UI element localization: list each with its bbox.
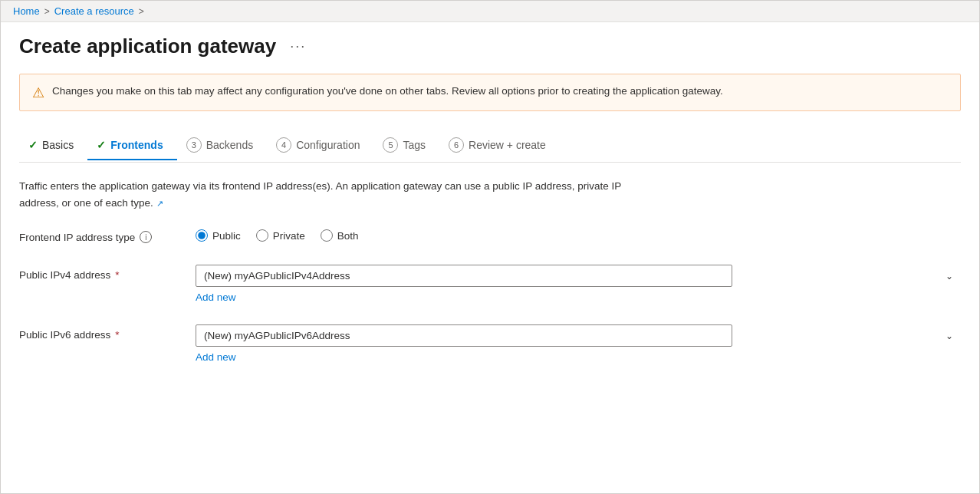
page-title: Create application gateway [19,35,276,58]
warning-banner: ⚠ Changes you make on this tab may affec… [19,74,961,111]
radio-public-label: Public [212,230,241,242]
frontend-ip-info-icon[interactable]: i [140,231,152,243]
frontend-ip-radio-group: Public Private Both [196,226,961,242]
ipv6-control: (New) myAGPublicIPv6Address ⌄ Add new [196,324,961,363]
ellipsis-menu-button[interactable]: ··· [285,37,311,56]
tab-frontends-check: ✓ [97,139,106,151]
ipv6-row: Public IPv6 address * (New) myAGPublicIP… [19,324,961,363]
page-title-row: Create application gateway ··· [19,35,961,58]
ipv6-add-new[interactable]: Add new [196,351,236,363]
tab-review-step: 6 [449,137,464,153]
tab-tags-step: 5 [383,137,398,153]
frontend-ip-label: Frontend IP address type i [19,226,196,243]
radio-private[interactable]: Private [256,229,305,242]
top-bar: Home > Create a resource > [1,1,979,22]
radio-private-label: Private [273,230,305,242]
tab-basics-label: Basics [42,139,74,151]
main-content: Create application gateway ··· ⚠ Changes… [1,22,979,381]
warning-text: Changes you make on this tab may affect … [52,84,723,99]
tab-tags-label: Tags [403,139,426,151]
form-section: Frontend IP address type i Public Privat… [19,226,961,363]
radio-both-label: Both [337,230,359,242]
tab-backends[interactable]: 3 Backends [177,130,267,162]
breadcrumb-create-resource[interactable]: Create a resource [54,5,134,17]
ipv4-control: (New) myAGPublicIPv4Address ⌄ Add new [196,265,961,303]
ipv6-dropdown-wrapper: (New) myAGPublicIPv6Address ⌄ [196,324,961,347]
ipv4-dropdown-arrow: ⌄ [945,271,953,282]
radio-both-input[interactable] [321,229,333,242]
warning-icon: ⚠ [32,84,44,101]
tab-configuration-label: Configuration [296,139,360,151]
tab-basics-check: ✓ [28,139,38,151]
ipv4-required: * [115,269,119,281]
ipv4-label: Public IPv4 address * [19,265,196,281]
radio-both[interactable]: Both [321,229,359,242]
ipv4-dropdown[interactable]: (New) myAGPublicIPv4Address [196,265,732,287]
tab-review-create[interactable]: 6 Review + create [439,130,560,162]
description-text: Traffic enters the application gateway v… [19,178,648,211]
breadcrumb: Home > Create a resource > [13,5,967,17]
radio-public-input[interactable] [196,229,208,242]
ipv6-dropdown[interactable]: (New) myAGPublicIPv6Address [196,324,732,347]
tab-frontends-label: Frontends [110,139,163,151]
tabs-row: ✓ Basics ✓ Frontends 3 Backends 4 Config… [19,130,961,163]
ipv6-label-text: Public IPv6 address [19,329,110,341]
tab-tags[interactable]: 5 Tags [373,130,439,162]
tab-configuration[interactable]: 4 Configuration [267,130,373,162]
description-main: Traffic enters the application gateway v… [19,180,621,209]
breadcrumb-home[interactable]: Home [13,5,40,17]
external-link-icon: ↗ [156,198,163,207]
frontend-ip-label-text: Frontend IP address type [19,232,135,243]
breadcrumb-sep1: > [44,6,50,17]
ipv4-row: Public IPv4 address * (New) myAGPublicIP… [19,265,961,303]
ipv6-required: * [115,329,119,341]
description-link[interactable]: ↗ [156,197,163,209]
tab-backends-label: Backends [206,139,253,151]
tab-review-label: Review + create [469,139,546,151]
breadcrumb-sep2: > [139,6,144,17]
ipv6-dropdown-arrow: ⌄ [945,331,953,341]
tab-frontends[interactable]: ✓ Frontends [87,131,176,160]
radio-private-input[interactable] [256,229,268,242]
ipv6-label: Public IPv6 address * [19,324,196,341]
tab-configuration-step: 4 [276,137,291,153]
ipv4-label-text: Public IPv4 address [19,269,110,281]
frontend-ip-control: Public Private Both [196,226,961,242]
radio-public[interactable]: Public [196,229,241,242]
tab-basics[interactable]: ✓ Basics [19,131,87,160]
ipv4-add-new[interactable]: Add new [196,291,236,303]
frontend-ip-row: Frontend IP address type i Public Privat… [19,226,961,243]
ipv4-dropdown-wrapper: (New) myAGPublicIPv4Address ⌄ [196,265,961,287]
tab-backends-step: 3 [186,137,202,153]
